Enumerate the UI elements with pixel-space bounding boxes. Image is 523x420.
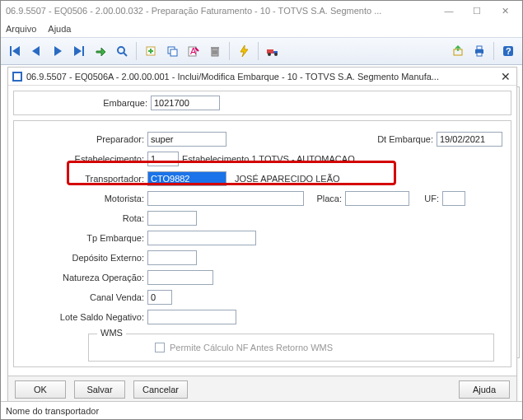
transportador-input[interactable]: [147, 171, 226, 186]
lote-saldo-negativo-label: Lote Saldo Negativo:: [22, 312, 147, 322]
maximize-button[interactable]: ☐: [463, 2, 491, 19]
cancelar-button[interactable]: Cancelar: [133, 380, 188, 399]
svg-rect-27: [477, 46, 482, 49]
truck-icon[interactable]: [263, 41, 283, 61]
svg-rect-5: [82, 46, 84, 56]
salvar-button[interactable]: Salvar: [74, 380, 125, 399]
svg-rect-16: [211, 47, 219, 49]
status-text: Nome do transportador: [6, 406, 99, 416]
svg-point-23: [268, 53, 271, 56]
deposito-externo-input[interactable]: [147, 250, 197, 265]
close-button[interactable]: ✕: [491, 2, 519, 19]
placa-label: Placa:: [304, 194, 345, 203]
wms-checkbox[interactable]: [155, 343, 165, 352]
ok-button[interactable]: OK: [15, 380, 66, 399]
outer-title: 06.9.5507 - EQ0506 - 2.00.00.032 - Prepa…: [4, 6, 435, 16]
rota-label: Rota:: [22, 213, 147, 223]
prev-icon[interactable]: [26, 41, 46, 61]
svg-point-6: [118, 47, 124, 54]
delete-icon[interactable]: [205, 41, 225, 61]
preparador-input[interactable]: [147, 132, 226, 147]
minimize-button[interactable]: —: [435, 2, 463, 19]
svg-marker-2: [32, 46, 40, 56]
new-icon[interactable]: [141, 41, 161, 61]
lightning-icon[interactable]: [234, 41, 254, 61]
wms-fieldset: WMS Permite Cálculo NF Antes Retorno WMS: [88, 334, 494, 362]
svg-marker-20: [240, 45, 248, 57]
motorista-input[interactable]: [147, 191, 304, 206]
dt-embarque-label: Dt Embarque:: [377, 134, 437, 144]
svg-line-7: [124, 53, 127, 56]
last-icon[interactable]: [69, 41, 89, 61]
embarque-label: Embarque:: [21, 98, 151, 108]
preparador-label: Preparador:: [22, 134, 147, 144]
svg-rect-21: [267, 49, 273, 54]
estabelecimento-input[interactable]: [147, 152, 179, 166]
form-area: Embarque: Preparador: Dt Embarque: Estab…: [8, 86, 516, 367]
svg-rect-32: [14, 73, 21, 80]
svg-point-24: [274, 53, 278, 56]
wms-legend: WMS: [97, 328, 126, 338]
tp-embarque-input[interactable]: [147, 231, 256, 245]
menu-arquivo[interactable]: Arquivo: [6, 24, 36, 34]
menubar: Arquivo Ajuda: [1, 21, 522, 37]
main-panel: Preparador: Dt Embarque: Estabelecimento…: [13, 120, 511, 367]
modal-title-text: 06.9.5507 - EQ0506A - 2.00.00.001 - Incl…: [26, 72, 498, 82]
first-icon[interactable]: [5, 41, 25, 61]
svg-marker-4: [74, 46, 82, 56]
modal-app-icon: [12, 71, 23, 82]
transportador-nome: JOSÉ APARECIDO LEÃO: [226, 174, 340, 184]
svg-rect-12: [170, 49, 177, 56]
placa-input[interactable]: [345, 191, 409, 206]
export-icon[interactable]: [448, 41, 468, 61]
natureza-operacao-label: Natureza Operação:: [22, 273, 147, 282]
button-bar: OK Salvar Cancelar Ajuda: [8, 376, 516, 402]
transportador-label: Transportador:: [22, 174, 147, 184]
modal-close-button[interactable]: ✕: [498, 69, 513, 84]
statusbar: Nome do transportador: [1, 401, 522, 419]
help-icon[interactable]: ?: [498, 41, 518, 61]
menu-ajuda[interactable]: Ajuda: [48, 24, 71, 34]
rota-input[interactable]: [147, 211, 197, 226]
estabelecimento-label: Estabelecimento:: [22, 154, 147, 164]
natureza-operacao-input[interactable]: [147, 270, 213, 285]
motorista-label: Motorista:: [22, 194, 147, 203]
tp-embarque-label: Tp Embarque:: [22, 233, 147, 243]
deposito-externo-label: Depósito Externo:: [22, 253, 147, 263]
next-icon[interactable]: [48, 41, 68, 61]
svg-marker-1: [12, 46, 20, 56]
go-icon[interactable]: [91, 41, 110, 61]
svg-rect-0: [10, 46, 12, 56]
svg-marker-3: [54, 46, 62, 56]
uf-input[interactable]: [442, 191, 465, 206]
estabelecimento-desc: Estabelecimento 1 TOTVS - AUTOMACAO: [179, 154, 355, 164]
svg-rect-28: [477, 53, 482, 56]
toolbar: A ?: [1, 37, 522, 65]
lote-saldo-negativo-input[interactable]: [147, 310, 236, 324]
embarque-input[interactable]: [151, 96, 220, 110]
ajuda-button[interactable]: Ajuda: [459, 380, 510, 399]
modal-dialog: 06.9.5507 - EQ0506A - 2.00.00.001 - Incl…: [7, 67, 517, 403]
canal-venda-label: Canal Venda:: [22, 292, 147, 302]
edit-icon[interactable]: A: [184, 41, 203, 61]
modal-titlebar: 06.9.5507 - EQ0506A - 2.00.00.001 - Incl…: [8, 68, 516, 86]
search-icon[interactable]: [112, 41, 132, 61]
canal-venda-input[interactable]: [147, 290, 172, 305]
print-icon[interactable]: [469, 41, 489, 61]
svg-text:?: ?: [506, 46, 511, 56]
uf-label: UF:: [409, 194, 442, 203]
copy-icon[interactable]: [162, 41, 182, 61]
embarque-row: Embarque:: [13, 91, 511, 115]
outer-titlebar: 06.9.5507 - EQ0506 - 2.00.00.032 - Prepa…: [1, 1, 522, 21]
wms-checkbox-label: Permite Cálculo NF Antes Retorno WMS: [170, 343, 333, 352]
dt-embarque-input[interactable]: [437, 132, 502, 147]
